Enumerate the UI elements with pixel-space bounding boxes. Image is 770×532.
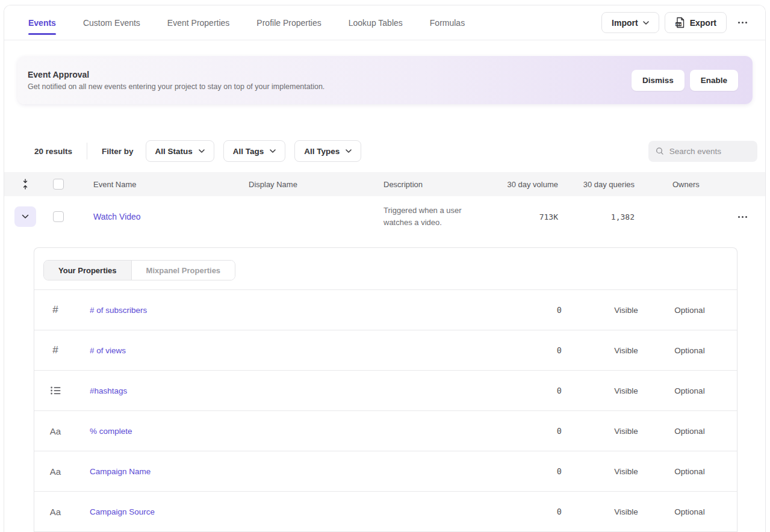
column-owners: Owners	[635, 180, 718, 189]
banner-title: Event Approval	[28, 70, 324, 79]
event-description: Triggered when a user watches a video.	[383, 205, 487, 229]
property-status: Optional	[672, 346, 737, 355]
property-row: # # of views 0 Visible Optional	[34, 330, 737, 371]
chevron-down-icon	[643, 21, 649, 25]
property-visibility: Visible	[580, 306, 672, 315]
collapse-row-button[interactable]	[14, 206, 36, 227]
column-30-day-volume: 30 day volume	[498, 180, 558, 189]
collapse-rows-icon	[22, 179, 29, 190]
property-rows: # # of subscribers 0 Visible Optional # …	[34, 290, 737, 532]
csv-file-icon: csv	[675, 17, 685, 28]
search-events-input[interactable]	[669, 147, 750, 156]
property-row: Aa Campaign Name 0 Visible Optional	[34, 451, 737, 492]
column-description: Description	[383, 180, 498, 189]
event-approval-banner: Event Approval Get notified on all new e…	[17, 56, 753, 104]
banner-actions: Dismiss Enable	[632, 70, 738, 91]
property-type-icon: Aa	[50, 426, 61, 436]
property-visibility: Visible	[580, 386, 672, 395]
events-table-header: Event Name Display Name Description 30 d…	[4, 172, 765, 196]
property-name-link[interactable]: #hashtags	[76, 386, 459, 395]
tags-filter-label: All Tags	[233, 147, 264, 156]
property-row: Aa % complete 0 Visible Optional	[34, 411, 737, 451]
property-query-count: 0	[459, 305, 580, 315]
property-name-link[interactable]: # of views	[76, 346, 459, 355]
nav-tab[interactable]: Lookup Tables	[349, 5, 403, 40]
event-name-link[interactable]: Watch Video	[93, 212, 141, 221]
banner-text: Event Approval Get notified on all new e…	[28, 70, 324, 91]
import-button[interactable]: Import	[601, 12, 659, 33]
types-filter-dropdown[interactable]: All Types	[294, 140, 361, 162]
column-event-name: Event Name	[93, 180, 249, 189]
search-icon	[656, 146, 664, 156]
property-query-count: 0	[459, 426, 580, 436]
status-filter-label: All Status	[155, 147, 193, 156]
nav-actions: Import csv Export	[601, 12, 753, 33]
property-type-icon: Aa	[50, 507, 61, 517]
properties-tab[interactable]: Mixpanel Properties	[131, 261, 235, 280]
chevron-down-icon	[270, 149, 276, 153]
nav-tab[interactable]: Custom Events	[83, 5, 140, 40]
filter-bar: 20 results Filter by All Status All Tags…	[34, 140, 757, 162]
property-row: Aa Campaign Source 0 Visible Optional	[34, 492, 737, 532]
collapse-all-button[interactable]	[22, 179, 29, 190]
property-status: Optional	[672, 507, 737, 516]
chevron-down-icon	[346, 149, 352, 153]
property-query-count: 0	[459, 507, 580, 516]
select-all-checkbox[interactable]	[53, 179, 64, 190]
property-visibility: Visible	[580, 507, 672, 516]
nav-tab[interactable]: Profile Properties	[256, 5, 321, 40]
nav-tabs: Events Custom Events Event Properties Pr…	[28, 5, 465, 40]
event-30-day-queries: 1,382	[558, 212, 635, 221]
property-status: Optional	[672, 467, 737, 476]
event-table-row: Watch Video Triggered when a user watche…	[4, 196, 765, 237]
property-name-link[interactable]: # of subscribers	[76, 306, 459, 315]
property-name-link[interactable]: % complete	[76, 427, 459, 436]
status-filter-dropdown[interactable]: All Status	[146, 140, 214, 162]
ellipsis-icon	[738, 216, 747, 218]
column-display-name: Display Name	[249, 180, 383, 189]
lexicon-page: Events Custom Events Event Properties Pr…	[4, 5, 766, 532]
property-row: # # of subscribers 0 Visible Optional	[34, 290, 737, 330]
ellipsis-icon	[738, 22, 747, 23]
svg-text:csv: csv	[675, 22, 682, 26]
property-type-icon: Aa	[50, 466, 61, 477]
event-properties-panel: Your Properties Mixpanel Properties # # …	[34, 247, 737, 532]
enable-button[interactable]: Enable	[690, 70, 738, 91]
chevron-down-icon	[199, 149, 205, 153]
property-query-count: 0	[459, 466, 580, 476]
types-filter-label: All Types	[304, 147, 340, 156]
top-navbar: Events Custom Events Event Properties Pr…	[4, 5, 765, 40]
panel-tabs-area: Your Properties Mixpanel Properties	[34, 248, 737, 290]
nav-tab[interactable]: Event Properties	[167, 5, 230, 40]
event-30-day-volume: 713K	[498, 212, 558, 221]
property-type-icon: #	[52, 304, 58, 316]
chevron-down-icon	[22, 214, 29, 219]
filter-by-label: Filter by	[102, 147, 134, 156]
dismiss-button[interactable]: Dismiss	[632, 70, 685, 91]
results-count: 20 results	[34, 147, 72, 156]
column-30-day-queries: 30 day queries	[558, 180, 635, 189]
more-options-button[interactable]	[732, 18, 753, 27]
property-query-count: 0	[459, 386, 580, 395]
tags-filter-dropdown[interactable]: All Tags	[223, 140, 286, 162]
divider	[87, 143, 87, 159]
properties-tab-switcher: Your Properties Mixpanel Properties	[43, 260, 235, 280]
nav-tab[interactable]: Formulas	[430, 5, 465, 40]
property-visibility: Visible	[580, 467, 672, 476]
property-type-icon	[51, 386, 61, 395]
export-button[interactable]: csv Export	[665, 12, 727, 33]
properties-tab[interactable]: Your Properties	[44, 261, 131, 280]
row-checkbox[interactable]	[53, 211, 64, 222]
list-icon	[51, 386, 61, 395]
property-type-icon: #	[52, 344, 58, 356]
property-name-link[interactable]: Campaign Source	[76, 507, 459, 516]
row-more-options-button[interactable]	[732, 212, 753, 221]
search-events-box	[648, 141, 757, 162]
property-query-count: 0	[459, 345, 580, 355]
nav-tab[interactable]: Events	[28, 5, 56, 40]
export-button-label: Export	[690, 18, 716, 28]
import-button-label: Import	[612, 18, 638, 28]
property-row: #hashtags 0 Visible Optional	[34, 371, 737, 411]
property-name-link[interactable]: Campaign Name	[76, 467, 459, 476]
property-status: Optional	[672, 427, 737, 436]
